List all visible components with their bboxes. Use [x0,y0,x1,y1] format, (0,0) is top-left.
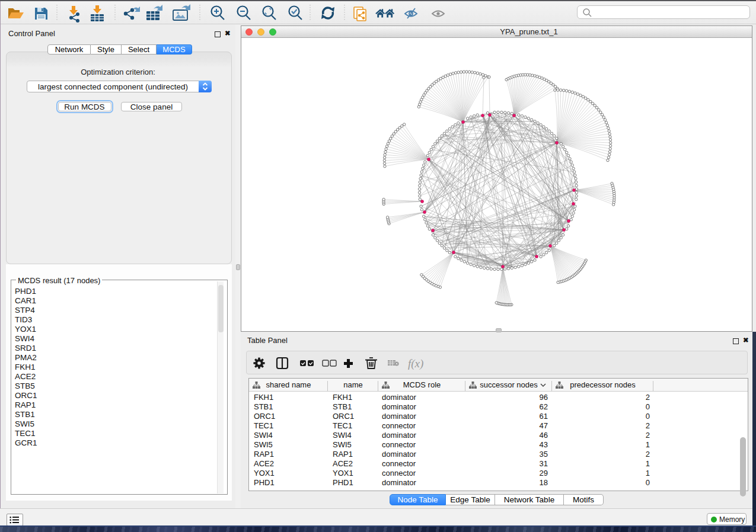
svg-text:f(x): f(x) [408,357,423,370]
